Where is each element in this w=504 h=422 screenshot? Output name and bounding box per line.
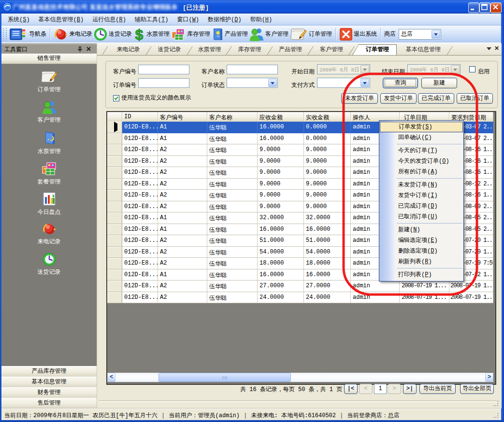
context-menu-item-发货中订单[interactable]: 发货中订单(I) [379,190,463,201]
cell[interactable]: admin [351,292,400,304]
chevron-down-icon[interactable] [360,65,369,73]
context-menu-item-刷新列表[interactable]: 刷新列表(R) [379,256,463,267]
cell[interactable]: 9.0000 [258,156,304,168]
cell[interactable]: 9.0000 [258,179,304,190]
cell[interactable]: A2 [158,247,207,258]
sidebar-item-送货记录[interactable]: 送货记录 [1,252,97,276]
column-header-ID[interactable]: ID [122,112,158,122]
tab-产品管理[interactable]: 产品管理 [271,45,310,55]
cell[interactable]: 16.0000 [304,269,351,281]
cell[interactable]: 2008-07-19 1... [449,281,493,292]
status-filter-button-未发货订单[interactable]: 未发货订单 [341,93,378,104]
context-menu-item-打印列表[interactable]: 打印列表(P) [379,269,463,280]
row-selector-cell[interactable] [107,247,122,258]
pin-icon[interactable] [76,46,83,53]
row-selector-cell[interactable] [107,224,122,236]
chevron-down-icon[interactable] [268,79,277,87]
cell[interactable]: 9.0000 [258,144,304,156]
tab-水票管理[interactable]: 水票管理 [191,45,228,55]
cell[interactable]: 2008-07-19 1... [449,292,493,304]
end-date-picker[interactable]: 2009年 6月 8日 [407,64,461,74]
cell[interactable]: 9.0000 [304,144,351,156]
order-status-select[interactable] [227,78,278,88]
driver-color-checkbox[interactable] [113,95,119,101]
row-selector-cell[interactable] [107,144,122,156]
cell[interactable]: A1 [158,269,207,281]
sidebar-item-水票管理[interactable]: 水票管理 [1,130,97,155]
chevron-down-icon[interactable] [432,30,440,39]
tab-送货记录[interactable]: 送货记录 [150,45,189,55]
tab-来电记录[interactable]: 来电记录 [109,45,148,55]
cell[interactable]: 27.0000 [258,281,304,292]
row-selector-cell[interactable] [107,269,122,281]
toolbar-button-库存管理[interactable]: 库存管理 [170,27,211,42]
column-header-实收金额[interactable]: 实收金额 [304,112,351,122]
row-selector-header[interactable] [107,112,122,122]
cell[interactable]: 伍华聪 [207,144,258,156]
cell[interactable]: 9.0000 [304,190,351,201]
cell[interactable]: A2 [158,156,207,168]
cell[interactable]: 51.0000 [258,235,304,247]
cell[interactable]: A2 [158,258,207,269]
context-menu-item-回单确认[interactable]: 回单确认(C) [379,132,463,143]
cell[interactable]: 伍华聪 [207,224,258,236]
cell[interactable]: 伍华聪 [207,133,258,145]
cell[interactable]: 伍华聪 [207,201,258,213]
cell[interactable]: 012D-E8... [122,167,158,179]
close-icon[interactable]: ✕ [86,45,93,52]
cell[interactable]: 伍华聪 [207,156,258,168]
cell[interactable]: A1 [158,133,207,145]
cell[interactable]: 24.0000 [258,292,304,304]
customer-name-input[interactable] [227,65,278,74]
cell[interactable]: A2 [158,179,207,190]
cell[interactable]: 9.0000 [304,179,351,190]
cell[interactable]: A2 [158,144,207,156]
cell[interactable]: 伍华聪 [207,122,258,133]
sidebar-group-button-售后管理[interactable]: 售后管理 [1,398,97,409]
menu-W[interactable]: 窗口(W) [173,15,203,24]
menu-D[interactable]: 数据维护(D) [203,15,246,24]
cell[interactable]: 伍华聪 [207,212,258,224]
context-menu-item-编辑选定项[interactable]: 编辑选定项(E) [379,235,463,246]
cell[interactable]: 16.0000 [258,224,304,236]
toolbar-button-导航条[interactable]: 导航条 [8,27,47,42]
cell[interactable]: 9.0000 [304,156,351,168]
toolbar-grip[interactable] [3,28,7,41]
row-selector-cell[interactable] [107,156,122,168]
pay-method-select[interactable] [317,78,370,88]
next-page-button[interactable]: > [388,384,401,394]
context-menu-item-新建[interactable]: 新建(N) [379,225,463,235]
cell[interactable]: 012D-E8... [122,122,158,133]
row-selector-cell[interactable] [107,167,122,179]
cell[interactable]: 012D-E8... [122,235,158,247]
scroll-left-arrow-icon[interactable]: < [107,373,115,382]
menu-B[interactable]: 基本信息管理(B) [34,15,88,24]
cell[interactable]: 伍华聪 [207,292,258,304]
page-number-input[interactable]: 1 [374,384,387,394]
cell[interactable]: admin [351,281,400,292]
menu-H[interactable]: 帮助(H) [246,15,277,24]
column-header-应收金额[interactable]: 应收金额 [258,112,304,122]
sidebar-item-来电记录[interactable]: 来电记录 [1,222,97,246]
order-no-input[interactable] [138,78,189,88]
tab-客户管理[interactable]: 客户管理 [312,45,351,55]
row-selector-cell[interactable] [107,235,122,247]
cell[interactable]: 伍华聪 [207,258,258,269]
cell[interactable]: 伍华聪 [207,235,258,247]
context-menu-item-未发货订单[interactable]: 未发货订单(N) [379,180,463,190]
cell[interactable]: 9.0000 [258,167,304,179]
cell[interactable]: 伍华聪 [207,179,258,190]
start-date-picker[interactable]: 2009年 6月 8日 [317,64,370,74]
sidebar-group-header[interactable]: 销售管理 [1,54,97,64]
cell[interactable]: 16.0000 [258,122,304,133]
row-selector-cell[interactable] [107,292,122,304]
scrollbar-thumb[interactable] [158,373,291,382]
cell[interactable]: A1 [158,224,207,236]
cell[interactable]: A2 [158,292,207,304]
cell[interactable]: 54.0000 [258,247,304,258]
cell[interactable]: 2008-07-19 1... [400,281,449,292]
cell[interactable]: A2 [158,281,207,292]
tab-基本信息管理[interactable]: 基本信息管理 [398,45,449,55]
query-button[interactable]: 查询 [383,78,418,88]
cell[interactable]: 012D-E8... [122,133,158,145]
